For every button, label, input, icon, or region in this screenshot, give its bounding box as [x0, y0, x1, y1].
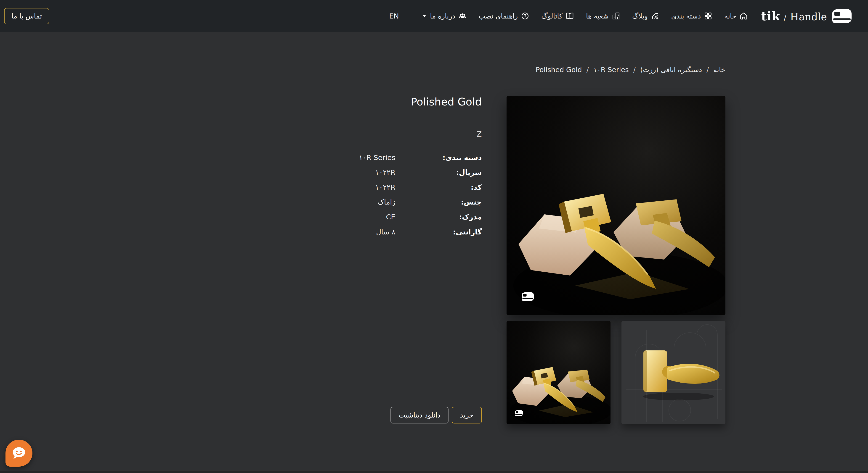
- product-main-image[interactable]: [506, 96, 725, 315]
- contact-us-button[interactable]: تماس با ما: [4, 8, 49, 24]
- nav-label: خانه: [724, 12, 736, 20]
- detail-value: زاماک: [378, 198, 395, 206]
- brand-divider: /: [784, 13, 786, 22]
- people-group-icon: [458, 12, 467, 20]
- blog-rss-icon: [651, 12, 659, 20]
- detail-row-material: جنس: زاماک: [143, 198, 482, 206]
- download-datasheet-button[interactable]: دانلود دیتاشیت: [391, 407, 448, 424]
- product-info: Polished Gold Z دسته بندی: ۱۰R Series سر…: [143, 96, 482, 424]
- thumbnail-studio-photo[interactable]: [506, 321, 611, 424]
- section-divider: [143, 262, 482, 262]
- language-toggle[interactable]: EN: [389, 12, 399, 20]
- product-page: tik / Handle خانه: [0, 0, 868, 473]
- grid-icon: [704, 12, 712, 20]
- detail-row-serial: سریال: ۱۰۲۲R: [143, 168, 482, 177]
- brand-name-secondary: Handle: [790, 11, 827, 23]
- detail-value: ۱۰۲۲R: [375, 168, 395, 177]
- nav-label: دسته بندی: [671, 12, 701, 20]
- nav-item-catalog[interactable]: کاتالوگ: [541, 12, 574, 20]
- thumbnail-handle-render[interactable]: [621, 321, 725, 424]
- breadcrumb-separator: /: [707, 66, 709, 74]
- nav-item-about-us[interactable]: درباره ما: [423, 12, 467, 20]
- breadcrumb-category[interactable]: دستگیره اتاقی (رزت): [640, 66, 702, 74]
- nav-label: وبلاگ: [632, 12, 648, 20]
- top-navbar: tik / Handle خانه: [0, 0, 868, 32]
- product-title: Polished Gold: [143, 96, 482, 108]
- watermark-logo-icon: [522, 292, 534, 301]
- breadcrumb-separator: /: [587, 66, 589, 74]
- breadcrumb-current: Polished Gold: [535, 66, 582, 74]
- help-question-icon: [521, 12, 529, 20]
- nav-item-categories[interactable]: دسته بندی: [671, 12, 713, 20]
- chat-smiley-icon: [11, 446, 27, 460]
- nav-label: راهنمای نصب: [479, 12, 518, 20]
- detail-label: گارانتی:: [396, 228, 482, 236]
- building-icon: [612, 12, 620, 20]
- product-layout: Polished Gold Z دسته بندی: ۱۰R Series سر…: [143, 96, 725, 424]
- detail-label: مدرک:: [396, 213, 482, 221]
- brand-handle-icon: [832, 9, 852, 23]
- nav-item-home[interactable]: خانه: [724, 12, 748, 20]
- detail-label: دسته بندی:: [396, 154, 482, 162]
- detail-row-category: دسته بندی: ۱۰R Series: [143, 154, 482, 162]
- product-description: Z: [143, 130, 482, 139]
- chevron-down-icon: [423, 15, 426, 17]
- detail-row-warranty: گارانتی: ۸ سال: [143, 228, 482, 236]
- product-actions: خرید دانلود دیتاشیت: [143, 407, 482, 424]
- chat-widget-button[interactable]: [5, 440, 32, 467]
- breadcrumb-separator: /: [633, 66, 636, 74]
- open-book-icon: [565, 12, 574, 20]
- product-gallery: [506, 96, 725, 424]
- detail-label: جنس:: [396, 198, 482, 206]
- brand-name-primary: tik: [761, 9, 780, 23]
- detail-row-code: کد: ۱۰۲۲R: [143, 183, 482, 192]
- thumbnail-strip: [506, 321, 725, 424]
- breadcrumb-home[interactable]: خانه: [713, 66, 725, 74]
- content-container: خانه / دستگیره اتاقی (رزت) / ۱۰R Series …: [143, 66, 725, 424]
- footer-strip: [0, 471, 868, 473]
- product-details: دسته بندی: ۱۰R Series سریال: ۱۰۲۲R کد: ۱…: [143, 154, 482, 236]
- detail-value: ۱۰R Series: [359, 154, 395, 162]
- nav-item-blog[interactable]: وبلاگ: [632, 12, 659, 20]
- buy-button[interactable]: خرید: [452, 407, 482, 424]
- breadcrumb-series[interactable]: ۱۰R Series: [593, 66, 629, 74]
- nav-label: کاتالوگ: [541, 12, 562, 20]
- detail-label: سریال:: [396, 168, 482, 177]
- brand-logo[interactable]: tik / Handle: [761, 9, 852, 23]
- detail-row-certificate: مدرک: CE: [143, 213, 482, 221]
- nav-label: شعبه ها: [586, 12, 609, 20]
- detail-value: ۱۰۲۲R: [375, 183, 395, 192]
- nav-label: درباره ما: [430, 12, 455, 20]
- main-nav: خانه دسته بندی: [389, 12, 748, 20]
- detail-label: کد:: [396, 183, 482, 192]
- nav-item-install-guide[interactable]: راهنمای نصب: [479, 12, 529, 20]
- breadcrumb: خانه / دستگیره اتاقی (رزت) / ۱۰R Series …: [143, 66, 725, 74]
- nav-item-branches[interactable]: شعبه ها: [586, 12, 620, 20]
- detail-value: CE: [386, 213, 395, 221]
- brand-wordmark: tik / Handle: [761, 9, 827, 23]
- home-icon: [739, 12, 748, 20]
- detail-value: ۸ سال: [376, 228, 395, 236]
- watermark-logo-icon: [515, 410, 523, 416]
